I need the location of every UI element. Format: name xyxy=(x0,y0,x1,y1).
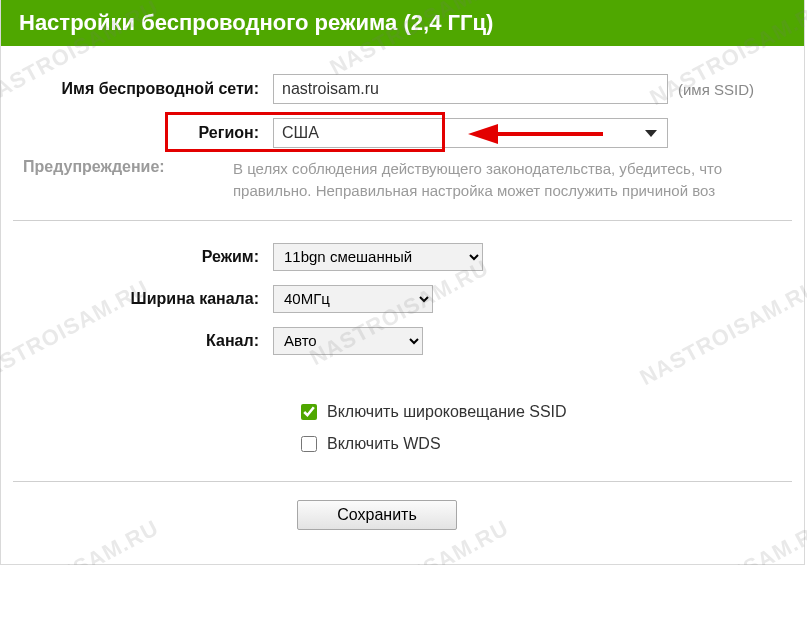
label-mode: Режим: xyxy=(13,248,273,266)
wds-label: Включить WDS xyxy=(327,435,441,453)
label-warning: Предупреждение: xyxy=(13,158,233,202)
broadcast-ssid-checkbox[interactable] xyxy=(301,404,317,420)
region-value: США xyxy=(274,124,645,142)
row-channel-width: Ширина канала: 40МГц xyxy=(13,285,792,313)
label-channel: Канал: xyxy=(13,332,273,350)
channel-width-select[interactable]: 40МГц xyxy=(273,285,433,313)
label-region: Регион: xyxy=(13,124,273,142)
warning-text: В целях соблюдения действующего законода… xyxy=(233,158,792,202)
broadcast-ssid-label: Включить широковещание SSID xyxy=(327,403,567,421)
settings-panel: Настройки беспроводного режима (2,4 ГГц)… xyxy=(0,0,805,565)
save-button[interactable]: Сохранить xyxy=(297,500,457,530)
channel-select[interactable]: Авто xyxy=(273,327,423,355)
divider xyxy=(13,220,792,221)
region-select[interactable]: США xyxy=(273,118,668,148)
ssid-hint: (имя SSID) xyxy=(678,81,754,98)
mode-select[interactable]: 11bgn смешанный xyxy=(273,243,483,271)
row-region: Регион: США xyxy=(13,118,792,148)
page-title: Настройки беспроводного режима (2,4 ГГц) xyxy=(1,0,804,46)
row-channel: Канал: Авто xyxy=(13,327,792,355)
row-broadcast-ssid: Включить широковещание SSID xyxy=(297,401,792,423)
row-wds: Включить WDS xyxy=(297,433,792,455)
row-ssid: Имя беспроводной сети: (имя SSID) xyxy=(13,74,792,104)
ssid-input[interactable] xyxy=(273,74,668,104)
row-warning: Предупреждение: В целях соблюдения дейст… xyxy=(13,158,792,202)
chevron-down-icon xyxy=(645,130,657,137)
divider xyxy=(13,481,792,482)
wds-checkbox[interactable] xyxy=(301,436,317,452)
label-channel-width: Ширина канала: xyxy=(13,290,273,308)
row-mode: Режим: 11bgn смешанный xyxy=(13,243,792,271)
label-ssid: Имя беспроводной сети: xyxy=(13,80,273,98)
